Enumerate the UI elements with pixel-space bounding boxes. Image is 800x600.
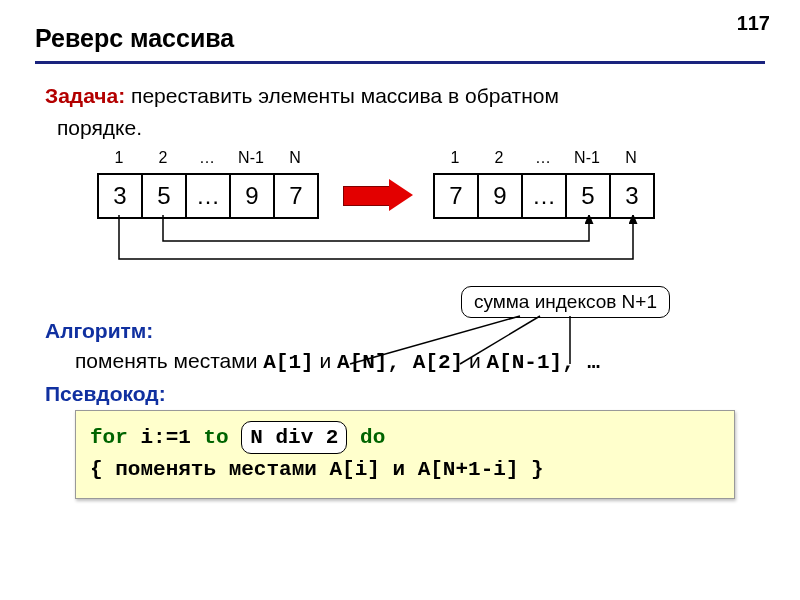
code-line-2: { поменять местами A[i] и A[N+1-i] }: [90, 454, 720, 486]
divider: [35, 61, 765, 64]
callout-pointers-icon: [340, 314, 670, 369]
array-after: 7 9 … 5 3: [433, 173, 655, 219]
svg-line-1: [460, 316, 540, 364]
callout-area: сумма индексов N+1: [340, 286, 670, 356]
slide: 117 Реверс массива Задача: переставить э…: [0, 0, 800, 600]
code-block: for i:=1 to N div 2 do { поменять местам…: [75, 410, 735, 499]
array-before: 3 5 … 9 7: [97, 173, 319, 219]
swap-lines-icon: [35, 215, 685, 285]
pseudocode-label: Псевдокод:: [45, 382, 765, 406]
task-label: Задача:: [45, 84, 125, 107]
svg-line-0: [350, 316, 520, 364]
arrays-diagram: 1 2 … N-1 N 1 2 … N-1 N 3 5 … 9 7: [35, 149, 765, 279]
index-row-left: 1 2 … N-1 N: [97, 149, 317, 167]
task-text: Задача: переставить элементы массива в о…: [45, 82, 765, 110]
ndiv2-box: N div 2: [241, 421, 347, 455]
index-row-right: 1 2 … N-1 N: [433, 149, 653, 167]
code-line-1: for i:=1 to N div 2 do: [90, 421, 720, 455]
page-title: Реверс массива: [35, 24, 765, 53]
task-text-2: порядке.: [57, 114, 765, 142]
page-number: 117: [737, 12, 770, 35]
arrow-icon: [343, 183, 413, 207]
